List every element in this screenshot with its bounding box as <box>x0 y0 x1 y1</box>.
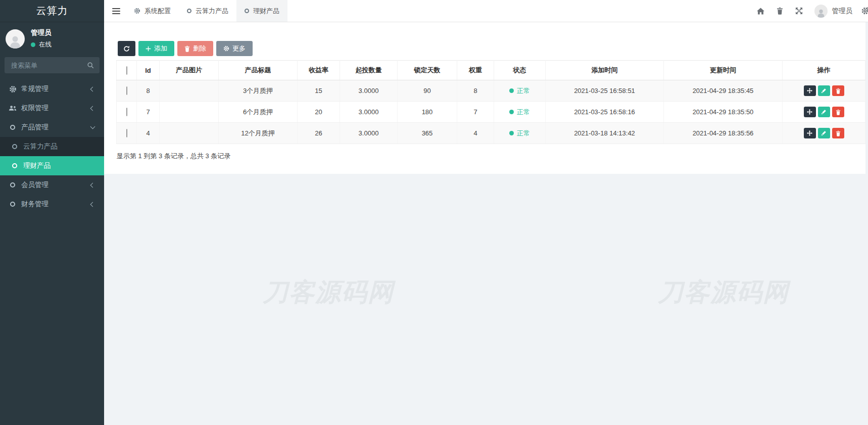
sidebar: 云算力 管理员 在线 <box>0 0 104 425</box>
sidebar-item-label: 常规管理 <box>21 84 49 93</box>
cell-weight: 8 <box>457 80 494 102</box>
more-button-label: 更多 <box>232 44 246 53</box>
col-header-title[interactable]: 产品标题 <box>219 61 298 80</box>
pencil-icon <box>821 88 827 93</box>
select-all-checkbox[interactable] <box>126 66 127 75</box>
sidebar-toggle-icon[interactable] <box>112 8 120 14</box>
search-input[interactable] <box>10 61 87 70</box>
sidebar-item-cloud-power-products[interactable]: 云算力产品 <box>0 137 104 156</box>
sidebar-item-general[interactable]: 常规管理 <box>0 79 104 99</box>
cell-min-invest: 3.0000 <box>340 80 398 102</box>
content-area: 添加 删除 更多 <box>104 22 868 425</box>
app-logo[interactable]: 云算力 <box>0 0 104 22</box>
col-header-status[interactable]: 状态 <box>494 61 546 80</box>
more-button[interactable]: 更多 <box>216 41 253 56</box>
move-icon <box>807 88 812 93</box>
cell-weight: 7 <box>457 102 494 123</box>
users-icon <box>9 105 17 112</box>
trash-icon <box>836 109 841 115</box>
cell-updated-at: 2021-04-29 18:35:45 <box>664 80 783 102</box>
sidebar-item-label: 云算力产品 <box>23 142 58 151</box>
sidebar-item-wealth-products[interactable]: 理财产品 <box>0 156 104 175</box>
circle-icon <box>187 9 191 13</box>
status-dot-icon <box>509 110 514 114</box>
delete-button[interactable]: 删除 <box>177 41 213 56</box>
products-table: Id 产品图片 产品标题 收益率 起投数量 锁定天数 权重 状态 添加时间 更新… <box>116 60 865 144</box>
chevron-left-icon <box>90 106 95 111</box>
trash-icon <box>836 88 841 94</box>
col-header-added-at[interactable]: 添加时间 <box>546 61 664 80</box>
circle-icon <box>9 125 17 130</box>
home-icon[interactable] <box>757 8 765 15</box>
online-dot-icon <box>31 42 35 47</box>
col-header-rate[interactable]: 收益率 <box>298 61 340 80</box>
cell-min-invest: 3.0000 <box>340 123 398 144</box>
edit-button[interactable] <box>818 128 830 138</box>
sidebar-item-label: 权限管理 <box>21 104 49 113</box>
tab-label: 云算力产品 <box>196 7 228 16</box>
circle-icon <box>9 182 17 187</box>
table-row: 7 6个月质押 20 3.0000 180 7 正常 2021-03-25 16… <box>117 102 865 123</box>
row-checkbox[interactable] <box>126 108 127 116</box>
tab-cloud-power-products[interactable]: 云算力产品 <box>179 0 236 22</box>
watermark: 刀客源码网 <box>658 275 789 309</box>
tab-wealth-products[interactable]: 理财产品 <box>236 0 287 22</box>
tab-label: 理财产品 <box>253 7 279 16</box>
cell-rate: 20 <box>298 102 340 123</box>
chevron-left-icon <box>90 182 95 187</box>
cell-title: 3个月质押 <box>219 80 298 102</box>
cell-id: 8 <box>137 80 160 102</box>
chevron-left-icon <box>90 86 95 91</box>
cell-weight: 4 <box>457 123 494 144</box>
row-delete-button[interactable] <box>832 85 844 96</box>
status-dot-icon <box>509 88 514 93</box>
row-checkbox[interactable] <box>126 129 127 137</box>
col-header-min-invest[interactable]: 起投数量 <box>340 61 398 80</box>
edit-button[interactable] <box>818 85 830 96</box>
add-button[interactable]: 添加 <box>138 41 174 56</box>
col-header-actions[interactable]: 操作 <box>783 61 865 80</box>
navbar-right: 管理员 <box>757 5 868 18</box>
sidebar-item-label: 产品管理 <box>21 123 49 132</box>
col-header-lock-days[interactable]: 锁定天数 <box>398 61 457 80</box>
move-button[interactable] <box>804 107 816 117</box>
table-row: 8 3个月质押 15 3.0000 90 8 正常 2021-03-25 16:… <box>117 80 865 102</box>
col-header-weight[interactable]: 权重 <box>457 61 494 80</box>
pencil-icon <box>821 130 827 136</box>
move-button[interactable] <box>804 85 816 96</box>
tab-label: 系统配置 <box>144 7 171 16</box>
col-header-updated-at[interactable]: 更新时间 <box>664 61 783 80</box>
refresh-button[interactable] <box>118 41 135 56</box>
trash-icon <box>184 45 190 52</box>
sidebar-item-permissions[interactable]: 权限管理 <box>0 99 104 118</box>
sidebar-item-label: 理财产品 <box>23 161 51 170</box>
move-button[interactable] <box>804 128 816 138</box>
col-header-image[interactable]: 产品图片 <box>160 61 219 80</box>
trash-icon <box>836 130 841 136</box>
search-icon[interactable] <box>87 62 94 69</box>
fullscreen-icon[interactable] <box>795 7 803 15</box>
trash-icon[interactable] <box>776 7 784 15</box>
pencil-icon <box>821 109 827 115</box>
sidebar-item-members[interactable]: 会员管理 <box>0 175 104 195</box>
status-badge: 正常 <box>509 108 530 117</box>
table-header-row: Id 产品图片 产品标题 收益率 起投数量 锁定天数 权重 状态 添加时间 更新… <box>117 61 865 80</box>
row-actions <box>783 85 864 96</box>
toolbar: 添加 删除 更多 <box>118 41 253 56</box>
cell-lock-days: 365 <box>398 123 457 144</box>
row-checkbox[interactable] <box>126 86 127 95</box>
tab-system-config[interactable]: 系统配置 <box>126 0 179 22</box>
person-icon <box>816 8 826 18</box>
sidebar-item-finance[interactable]: 财务管理 <box>0 195 104 214</box>
row-delete-button[interactable] <box>832 107 844 117</box>
col-header-id[interactable]: Id <box>137 61 160 80</box>
edit-button[interactable] <box>818 107 830 117</box>
cell-rate: 26 <box>298 123 340 144</box>
chevron-down-icon <box>90 124 95 129</box>
sidebar-item-products[interactable]: 产品管理 <box>0 118 104 137</box>
chevron-left-icon <box>90 202 95 207</box>
cogs-icon[interactable] <box>859 7 868 15</box>
navbar-user-menu[interactable]: 管理员 <box>814 5 853 18</box>
row-delete-button[interactable] <box>832 128 844 138</box>
cell-lock-days: 90 <box>398 80 457 102</box>
